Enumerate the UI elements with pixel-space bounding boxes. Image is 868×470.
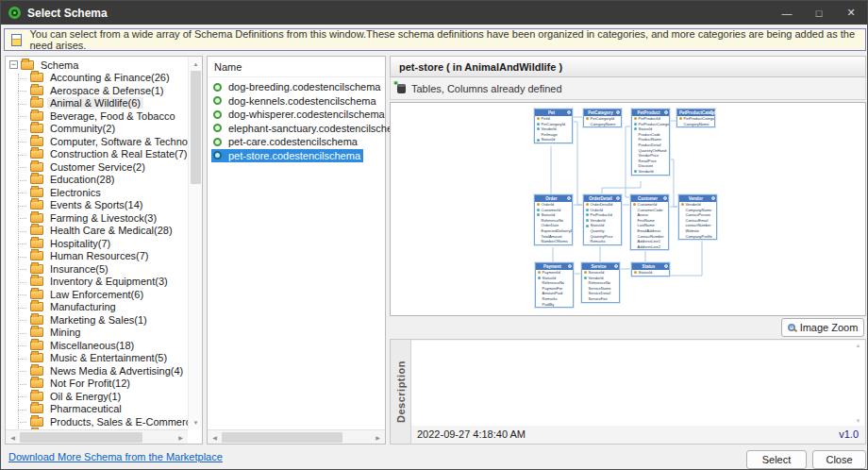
scroll-right-icon[interactable]: ▶	[174, 430, 188, 445]
schema-list-item[interactable]: dog-kennels.codestencilschema	[211, 94, 385, 108]
no-key-spacer	[584, 297, 587, 300]
foreign-key-icon	[537, 209, 540, 211]
schema-timestamp: 2022-09-27 4:18:40 AM	[417, 428, 526, 440]
scroll-up-icon[interactable]: ▲	[189, 57, 203, 71]
tree-vscroll-thumb[interactable]	[191, 71, 201, 184]
schema-list-item[interactable]: pet-care.codestencilschema	[211, 135, 385, 148]
tree-item[interactable]: News Media & Advertising(4)	[9, 364, 188, 378]
schema-list-item[interactable]: dog-whisperer.codestencilschema	[211, 108, 385, 121]
diagram-column-name: CompanyProfile	[686, 234, 712, 240]
tree-item-label: Beverage, Food & Tobacco	[47, 110, 178, 122]
schema-version: v1.0	[839, 428, 859, 440]
tree-item[interactable]: Electronics	[9, 186, 188, 199]
tree-item[interactable]: Manufacturing	[9, 301, 188, 314]
window-title: Select Schema	[27, 7, 108, 20]
diagram-column-row: ServiceFee	[582, 296, 619, 302]
primary-key-icon	[586, 203, 589, 206]
no-key-spacer	[634, 143, 637, 146]
tree-item[interactable]: Inventory & Equipment(3)	[9, 276, 188, 289]
tree-item[interactable]: Accounting & Finance(26)	[9, 72, 188, 85]
table-options-icon	[709, 110, 713, 114]
tree-item[interactable]: Farming & Livestock(3)	[9, 211, 188, 225]
diagram-column-name: Remarks	[591, 239, 606, 244]
tree-item[interactable]: Aerospace & Defense(1)	[9, 84, 188, 97]
folder-icon	[30, 86, 43, 95]
folder-icon	[30, 111, 43, 121]
list-horizontal-scrollbar[interactable]: ◀ ▶	[208, 429, 385, 444]
close-button[interactable]: Close	[812, 450, 866, 469]
tree-hscroll-thumb[interactable]	[20, 432, 142, 443]
tree-item[interactable]: Insurance(5)	[9, 262, 188, 276]
tree-item[interactable]: Health Care & Medical(28)	[9, 225, 188, 238]
diagram-column-name: ServiceFee	[589, 296, 608, 302]
no-key-spacer	[586, 229, 589, 232]
description-meta-row: 2022-09-27 4:18:40 AM v1.0	[411, 426, 864, 443]
no-key-spacer	[679, 123, 682, 126]
schema-file-icon	[213, 138, 222, 146]
no-key-spacer	[633, 219, 636, 222]
list-column-header-name[interactable]: Name	[208, 57, 385, 77]
tree-item[interactable]: Oil & Energy(1)	[9, 390, 188, 403]
list-hscroll-thumb[interactable]	[222, 432, 342, 443]
tree-vertical-scrollbar[interactable]: ▲ ▼	[188, 57, 202, 429]
diagram-table-title: Order	[535, 195, 572, 202]
tree-item[interactable]: Computer, Software & Technology	[9, 135, 188, 148]
marketplace-link[interactable]: Download More Schema from the Marketplac…	[8, 451, 223, 462]
primary-key-icon	[586, 117, 589, 120]
tree-item[interactable]: Products, Sales & E-Commerce(20)	[9, 415, 188, 428]
tree-item[interactable]: Human Resources(7)	[9, 250, 188, 263]
image-zoom-row: + Image Zoom	[390, 316, 866, 339]
tree-item[interactable]: Pharmaceutical	[9, 403, 188, 416]
tree-item[interactable]: Construction & Real Estate(7)	[9, 148, 188, 161]
scroll-down-icon[interactable]: ▼	[189, 415, 203, 429]
tree-item[interactable]: Animal & Wildlife(6)	[9, 97, 188, 110]
schema-file-label: pet-care.codestencilschema	[225, 135, 360, 148]
tree-item[interactable]: Beverage, Food & Tobacco	[9, 109, 188, 123]
tree-item[interactable]: Music & Entertainment(5)	[9, 352, 188, 365]
minimize-button[interactable]: —	[771, 1, 803, 25]
tree-item[interactable]: Law Enforcement(6)	[9, 288, 188, 301]
tree-item-label: Products, Sales & E-Commerce(20)	[47, 416, 188, 428]
tree-item[interactable]: Customer Service(2)	[9, 160, 188, 174]
folder-icon	[30, 239, 43, 248]
tree-item[interactable]: Mining	[9, 327, 188, 340]
schema-list: dog-breeding.codestencilschemadog-kennel…	[208, 77, 385, 162]
maximize-button[interactable]: □	[803, 1, 835, 25]
scroll-down-icon[interactable]: ▼	[852, 416, 864, 426]
tree-item[interactable]: Miscellaneous(18)	[9, 339, 188, 352]
folder-icon	[30, 175, 43, 184]
select-button[interactable]: Select	[746, 450, 807, 469]
tree-item-label: News Media & Advertising(4)	[47, 365, 186, 377]
diagram-table-title: OrderDetail	[584, 195, 621, 202]
no-key-spacer	[681, 225, 684, 227]
description-scrollbar[interactable]: ▲ ▼	[852, 341, 864, 426]
tree-item-label: Electronics	[47, 187, 104, 198]
tree-item[interactable]: Education(28)	[9, 174, 188, 187]
collapse-icon[interactable]: −	[9, 60, 18, 69]
close-window-button[interactable]: ✕	[835, 1, 867, 25]
tree-item[interactable]: Marketing & Sales(1)	[9, 313, 188, 327]
diagram-connectors	[391, 103, 865, 315]
tree-item[interactable]: Events & Sports(14)	[9, 199, 188, 212]
tree-item[interactable]: Community(2)	[9, 123, 188, 136]
tree-item[interactable]: Not For Profit(12)	[9, 378, 188, 391]
foreign-key-icon	[537, 139, 540, 142]
diagram-column-name: StatusId	[639, 270, 653, 276]
tree-item-label: Construction & Real Estate(7)	[47, 148, 188, 159]
diagram-table: PetCategoryPetCategoryIdCategoryName	[583, 109, 622, 127]
schema-list-item[interactable]: pet-store.codestencilschema	[211, 149, 363, 162]
description-textarea[interactable]: ▲ ▼	[411, 341, 864, 427]
scroll-up-icon[interactable]: ▲	[852, 341, 864, 350]
diagram-column-row: StatusId	[632, 270, 669, 276]
scroll-left-icon[interactable]: ◀	[6, 430, 20, 445]
schema-diagram-preview[interactable]: PetPetIdPetCategoryIdVendorIdPetImageSta…	[390, 102, 866, 316]
scroll-right-icon[interactable]: ▶	[371, 430, 385, 445]
tree-root-row[interactable]: − Schema	[9, 59, 188, 72]
diagram-table: ServiceServiceIdVendorIdReferenceNoServi…	[581, 262, 620, 303]
schema-list-item[interactable]: dog-breeding.codestencilschema	[211, 80, 385, 93]
tree-horizontal-scrollbar[interactable]: ◀ ▶	[6, 429, 188, 444]
scroll-left-icon[interactable]: ◀	[208, 430, 222, 445]
image-zoom-button[interactable]: + Image Zoom	[781, 318, 864, 337]
tree-item[interactable]: Hospitality(7)	[9, 237, 188, 250]
schema-list-item[interactable]: elephant-sanctuary.codestencilschema	[211, 122, 385, 135]
